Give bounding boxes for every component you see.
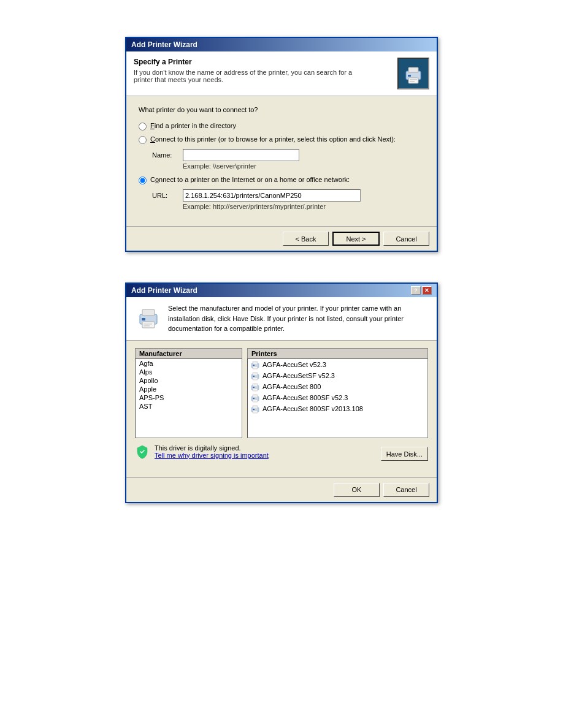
svg-rect-14	[253, 366, 258, 369]
printer-icon-2	[135, 303, 162, 330]
svg-rect-26	[253, 400, 258, 402]
dialog1-description: If you don't know the name or address of…	[134, 69, 367, 83]
back-button[interactable]: < Back	[283, 232, 329, 246]
printer-item-3[interactable]: AGFA-AccuSet 800	[248, 381, 427, 392]
printer-small-icon-4	[250, 393, 260, 403]
svg-rect-31	[253, 409, 255, 410]
radio-connect-printer-label: Connect to this printer (or to browse fo…	[150, 135, 396, 143]
dialog2-header-area: Select the manufacturer and model of you…	[126, 297, 437, 341]
svg-rect-29	[253, 406, 258, 409]
svg-rect-3	[408, 78, 418, 83]
name-example: Example: \\server\printer	[183, 162, 424, 170]
printer-name-4: AGFA-AccuSet 800SF v52.3	[262, 394, 348, 401]
printer-item-4[interactable]: AGFA-AccuSet 800SF v52.3	[248, 392, 427, 403]
manufacturer-ast[interactable]: AST	[136, 402, 242, 411]
manufacturer-apple[interactable]: Apple	[136, 385, 242, 393]
svg-rect-21	[253, 384, 258, 387]
signed-link[interactable]: Tell me why driver signing is important	[155, 452, 269, 459]
option-find-printer[interactable]: Find a printer in the directory	[139, 122, 424, 131]
dialog1-header-text: Specify a Printer If you don't know the …	[134, 58, 367, 83]
printers-header: Printers	[247, 348, 428, 358]
manufacturer-alps[interactable]: Alps	[136, 368, 242, 376]
svg-rect-27	[253, 398, 255, 399]
dialog2-body: Manufacturer Agfa Alps Apollo Apple APS-…	[126, 341, 437, 477]
printer-small-icon-1	[250, 360, 260, 370]
svg-rect-1	[408, 75, 411, 77]
printer-item-1[interactable]: AGFA-AccuSet v52.3	[248, 359, 427, 370]
option-internet-printer[interactable]: Connect to a printer on the Internet or …	[139, 176, 424, 184]
manufacturer-aps-ps[interactable]: APS-PS	[136, 393, 242, 402]
name-row: Name:	[152, 149, 424, 161]
radio-internet-printer[interactable]	[139, 176, 147, 184]
printer-name-2: AGFA-AccuSetSF v52.3	[262, 372, 335, 379]
dialog1-header: Specify a Printer If you don't know the …	[126, 51, 437, 96]
next-button[interactable]: Next >	[332, 232, 380, 246]
svg-rect-2	[408, 67, 418, 72]
manufacturer-agfa[interactable]: Agfa	[136, 359, 242, 368]
printer-name-5: AGFA-AccuSet 800SF v2013.108	[262, 405, 363, 412]
svg-rect-5	[410, 81, 415, 82]
dialog2-cancel-button[interactable]: Cancel	[383, 483, 429, 497]
svg-rect-15	[253, 365, 255, 366]
printers-listbox[interactable]: AGFA-AccuSet v52.3 AGFA-AccuSetSF v52.3	[247, 358, 428, 438]
signed-section: This driver is digitally signed. Tell me…	[135, 444, 269, 459]
dialog1-heading: Specify a Printer	[134, 58, 367, 66]
svg-rect-13	[253, 362, 258, 365]
svg-rect-19	[253, 376, 255, 377]
url-input[interactable]	[183, 189, 361, 202]
svg-rect-18	[253, 377, 258, 380]
radio-find-printer[interactable]	[139, 123, 147, 131]
printer-item-2[interactable]: AGFA-AccuSetSF v52.3	[248, 370, 427, 381]
manufacturer-header: Manufacturer	[135, 348, 242, 358]
dialog1-body: What printer do you want to connect to? …	[126, 96, 437, 226]
svg-rect-25	[253, 395, 258, 398]
cancel-button[interactable]: Cancel	[383, 232, 429, 246]
add-printer-dialog-1: Add Printer Wizard Specify a Printer If …	[125, 37, 438, 252]
svg-rect-30	[253, 411, 258, 413]
svg-rect-17	[253, 373, 258, 376]
svg-rect-8	[142, 309, 155, 316]
dialog2-titlebar: Add Printer Wizard ? ✕	[126, 284, 437, 297]
shield-check-icon	[135, 444, 150, 459]
manufacturer-apollo[interactable]: Apollo	[136, 376, 242, 385]
radio-connect-printer[interactable]	[139, 136, 147, 144]
radio-find-printer-label: Find a printer in the directory	[150, 122, 236, 129]
printers-column: Printers AGFA-AccuSet v52.3	[247, 348, 428, 438]
manufacturer-column: Manufacturer Agfa Alps Apollo Apple APS-…	[135, 348, 242, 438]
printer-small-icon-2	[250, 371, 260, 381]
close-button[interactable]: ✕	[422, 286, 432, 295]
list-section: Manufacturer Agfa Alps Apollo Apple APS-…	[135, 348, 428, 438]
dialog1-titlebar: Add Printer Wizard	[126, 38, 437, 51]
url-row: URL:	[152, 189, 424, 202]
option-connect-printer[interactable]: Connect to this printer (or to browse fo…	[139, 135, 424, 144]
printer-small-icon-5	[250, 404, 260, 414]
name-input[interactable]	[183, 149, 299, 161]
svg-rect-10	[144, 324, 152, 325]
signed-text-group: This driver is digitally signed. Tell me…	[155, 444, 269, 459]
svg-rect-9	[142, 322, 155, 328]
add-printer-dialog-2: Add Printer Wizard ? ✕ Select the manufa…	[125, 282, 438, 503]
dialog1-title: Add Printer Wizard	[131, 40, 197, 49]
printer-question: What printer do you want to connect to?	[139, 106, 424, 113]
dialog2-title: Add Printer Wizard	[131, 286, 197, 295]
signed-text: This driver is digitally signed.	[155, 444, 269, 452]
have-disk-button[interactable]: Have Disk...	[381, 447, 428, 461]
url-example: Example: http://server/printers/myprinte…	[183, 203, 424, 210]
svg-rect-4	[410, 79, 417, 80]
dialog1-footer: < Back Next > Cancel	[126, 226, 437, 251]
dialog2-titlebar-buttons: ? ✕	[411, 286, 432, 295]
dialog2-footer: OK Cancel	[126, 477, 437, 502]
url-label: URL:	[152, 192, 183, 199]
printer-name-3: AGFA-AccuSet 800	[262, 383, 321, 390]
printer-item-5[interactable]: AGFA-AccuSet 800SF v2013.108	[248, 403, 427, 414]
printer-name-1: AGFA-AccuSet v52.3	[262, 361, 326, 368]
svg-rect-7	[142, 318, 145, 320]
svg-rect-22	[253, 389, 258, 391]
ok-button[interactable]: OK	[334, 483, 380, 497]
manufacturer-listbox[interactable]: Agfa Alps Apollo Apple APS-PS AST	[135, 358, 242, 438]
svg-rect-23	[253, 387, 255, 388]
printer-icon	[402, 63, 424, 85]
help-button[interactable]: ?	[411, 286, 421, 295]
radio-internet-printer-label: Connect to a printer on the Internet or …	[150, 176, 350, 183]
svg-rect-11	[144, 325, 150, 327]
